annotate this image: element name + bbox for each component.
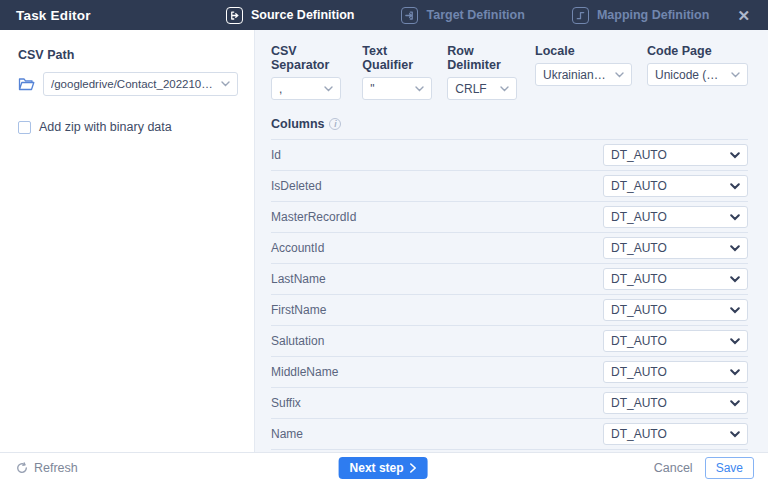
next-step-label: Next step (350, 461, 404, 475)
zip-binary-checkbox-row[interactable]: Add zip with binary data (18, 120, 238, 134)
column-row: AccountId DT_AUTO (271, 233, 748, 264)
header: Task Editor Source Definition Target Def… (0, 0, 768, 30)
column-type-value: DT_AUTO (611, 148, 724, 162)
column-type-select[interactable]: DT_AUTO (603, 330, 748, 352)
column-row: Salutation DT_AUTO (271, 326, 748, 357)
tab-label: Mapping Definition (597, 8, 709, 22)
save-button[interactable]: Save (705, 457, 754, 479)
column-type-value: DT_AUTO (611, 303, 724, 317)
column-type-select[interactable]: DT_AUTO (603, 175, 748, 197)
tab-label: Source Definition (251, 8, 354, 22)
locale-select[interactable]: Ukrainian (Ukraine) (535, 63, 632, 86)
refresh-icon (16, 462, 28, 474)
info-icon[interactable]: i (329, 118, 341, 130)
chevron-down-icon (615, 72, 624, 78)
column-type-value: DT_AUTO (611, 210, 724, 224)
close-icon[interactable]: ✕ (733, 6, 754, 25)
csv-separator-value: , (279, 82, 318, 96)
column-row: MasterRecordId DT_AUTO (271, 202, 748, 233)
chevron-down-icon (730, 245, 740, 252)
row-delimiter-select[interactable]: CRLF (447, 77, 517, 100)
code-page-value: Unicode (UTF-8) [... (655, 68, 725, 82)
chevron-down-icon (221, 81, 230, 87)
column-name: FirstName (271, 303, 326, 317)
column-type-select[interactable]: DT_AUTO (603, 299, 748, 321)
csv-path-label: CSV Path (18, 48, 238, 62)
text-qualifier-select[interactable]: " (362, 77, 432, 100)
row-delimiter-label: Row Delimiter (447, 44, 520, 72)
column-type-value: DT_AUTO (611, 179, 724, 193)
csv-path-select[interactable]: /googledrive/Contact_20221010_0605.csv (43, 72, 238, 96)
tab-label: Target Definition (426, 8, 524, 22)
column-type-select[interactable]: DT_AUTO (603, 423, 748, 445)
chevron-down-icon (730, 369, 740, 376)
chevron-down-icon (500, 86, 509, 92)
column-row: FirstName DT_AUTO (271, 295, 748, 326)
column-name: MiddleName (271, 365, 338, 379)
column-type-select[interactable]: DT_AUTO (603, 392, 748, 414)
column-type-select[interactable]: DT_AUTO (603, 268, 748, 290)
column-type-value: DT_AUTO (611, 427, 724, 441)
chevron-down-icon (730, 307, 740, 314)
csv-separator-label: CSV Separator (271, 44, 347, 72)
source-definition-icon (226, 7, 243, 24)
chevron-down-icon (730, 214, 740, 221)
code-page-label: Code Page (647, 44, 748, 58)
column-row: IsDeleted DT_AUTO (271, 171, 748, 202)
page-title: Task Editor (16, 8, 226, 23)
tab-source-definition[interactable]: Source Definition (226, 7, 354, 24)
checkbox-icon[interactable] (18, 121, 31, 134)
column-type-select[interactable]: DT_AUTO (603, 237, 748, 259)
locale-value: Ukrainian (Ukraine) (543, 68, 609, 82)
chevron-down-icon (730, 183, 740, 190)
column-row: MiddleName DT_AUTO (271, 357, 748, 388)
column-name: MasterRecordId (271, 210, 356, 224)
source-path-panel: CSV Path /googledrive/Contact_20221010_0… (0, 30, 255, 452)
column-type-value: DT_AUTO (611, 334, 724, 348)
task-editor-window: Task Editor Source Definition Target Def… (0, 0, 768, 483)
cancel-button[interactable]: Cancel (654, 461, 693, 475)
column-type-value: DT_AUTO (611, 272, 724, 286)
csv-path-value: /googledrive/Contact_20221010_0605.csv (51, 78, 215, 90)
chevron-right-icon (410, 463, 417, 473)
row-delimiter-value: CRLF (455, 82, 494, 96)
csv-options-row: CSV Separator , Text Qualifier " Row Del… (271, 44, 748, 100)
chevron-down-icon (730, 152, 740, 159)
column-type-value: DT_AUTO (611, 365, 724, 379)
column-name: IsDeleted (271, 179, 322, 193)
target-definition-icon (401, 7, 418, 24)
chevron-down-icon (730, 400, 740, 407)
column-name: Name (271, 427, 303, 441)
column-type-select[interactable]: DT_AUTO (603, 144, 748, 166)
column-name: LastName (271, 272, 326, 286)
tab-mapping-definition[interactable]: Mapping Definition (572, 7, 709, 24)
column-type-select[interactable]: DT_AUTO (603, 361, 748, 383)
zip-binary-checkbox-label: Add zip with binary data (39, 120, 172, 134)
chevron-down-icon (415, 86, 424, 92)
columns-section-header: Columns i (271, 117, 748, 140)
refresh-button[interactable]: Refresh (16, 461, 78, 475)
mapping-definition-icon (572, 7, 589, 24)
column-type-select[interactable]: DT_AUTO (603, 206, 748, 228)
tab-target-definition[interactable]: Target Definition (401, 7, 524, 24)
column-name: Salutation (271, 334, 324, 348)
columns-label: Columns (271, 117, 324, 131)
chevron-down-icon (730, 338, 740, 345)
column-name: Id (271, 148, 281, 162)
folder-icon[interactable] (18, 77, 35, 91)
column-row: Name DT_AUTO (271, 419, 748, 450)
columns-list: Id DT_AUTO IsDeleted DT_AUTO MasterRecor… (271, 140, 748, 452)
next-step-button[interactable]: Next step (339, 457, 428, 479)
chevron-down-icon (731, 72, 740, 78)
csv-options-panel: CSV Separator , Text Qualifier " Row Del… (255, 30, 768, 452)
csv-separator-select[interactable]: , (271, 77, 341, 100)
column-row: LastName DT_AUTO (271, 264, 748, 295)
column-name: AccountId (271, 241, 324, 255)
footer: Refresh Next step Cancel Save (0, 452, 768, 483)
chevron-down-icon (730, 431, 740, 438)
text-qualifier-label: Text Qualifier (362, 44, 432, 72)
column-row: Suffix DT_AUTO (271, 388, 748, 419)
code-page-select[interactable]: Unicode (UTF-8) [... (647, 63, 748, 86)
column-name: Suffix (271, 396, 301, 410)
text-qualifier-value: " (370, 82, 409, 96)
